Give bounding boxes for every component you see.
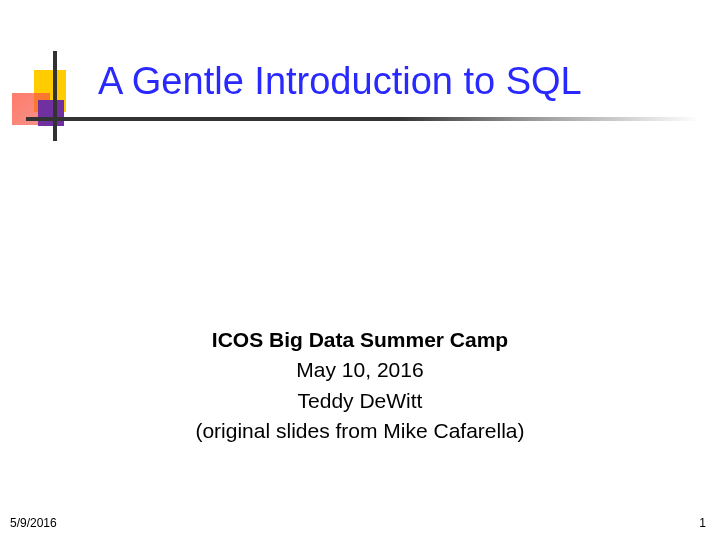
subtitle-author: Teddy DeWitt: [0, 386, 720, 416]
title-underline-gradient: [26, 117, 700, 121]
subtitle-heading: ICOS Big Data Summer Camp: [0, 325, 720, 355]
footer-page-number: 1: [699, 516, 706, 530]
slide-title: A Gentle Introduction to SQL: [98, 60, 582, 103]
presentation-slide: A Gentle Introduction to SQL ICOS Big Da…: [0, 0, 720, 540]
decoration-vertical-line: [53, 51, 57, 141]
subtitle-date: May 10, 2016: [0, 355, 720, 385]
decoration-purple-square: [38, 100, 64, 126]
title-underline: [26, 117, 700, 121]
subtitle-attribution: (original slides from Mike Cafarella): [0, 416, 720, 446]
footer-date: 5/9/2016: [10, 516, 57, 530]
subtitle-block: ICOS Big Data Summer Camp May 10, 2016 T…: [0, 325, 720, 447]
slide-decoration-icon: [12, 78, 87, 133]
